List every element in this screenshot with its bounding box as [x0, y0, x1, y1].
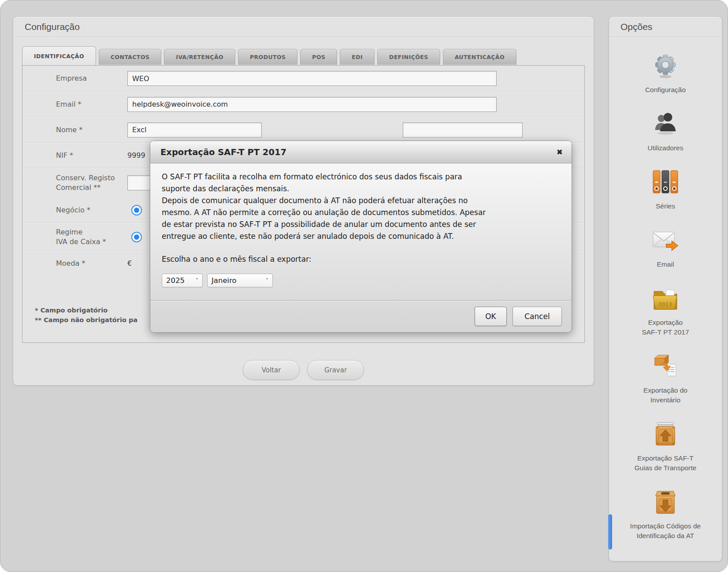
nome-label: Nome *: [56, 125, 127, 135]
sidebar-item-label: Exportação SAF-T Guias de Transporte: [635, 453, 696, 473]
moeda-value: €: [127, 259, 132, 267]
sidebar-item-utilizadores[interactable]: Utilizadores: [648, 109, 683, 153]
folder-year-text: 2013: [658, 301, 672, 308]
sidebar-item-label: Importação Códigos de Identificação da A…: [630, 521, 701, 541]
empresa-input[interactable]: [127, 71, 497, 86]
dialog-body: O SAF-T PT facilita a recolha em formato…: [150, 163, 572, 287]
sidebar-item-exportacao-inventario[interactable]: Exportação do Inventário: [643, 352, 687, 405]
sidebar-item-label: Email: [657, 260, 674, 269]
box-up-icon: [652, 420, 679, 449]
box-down-icon: [652, 487, 679, 516]
month-select-value: Janeiro: [212, 276, 237, 285]
footnote-optional: ** Campo não obrigatório pa: [35, 315, 137, 325]
moeda-label: Moeda *: [56, 259, 127, 268]
tab-definicoes[interactable]: DEFINIÇÕES: [377, 49, 440, 65]
empresa-label: Empresa: [56, 74, 127, 83]
nif-value: 9999: [127, 151, 145, 160]
sidebar-items: Configuração Utilizadores: [609, 37, 722, 555]
tab-identificacao[interactable]: IDENTIFICAÇÃO: [22, 46, 96, 65]
tab-contactos[interactable]: CONTACTOS: [99, 49, 161, 65]
sidebar-item-exportacao-guias[interactable]: Exportação SAF-T Guias de Transporte: [635, 420, 696, 473]
application-window: Configuração IDENTIFICAÇÃO CONTACTOS IVA…: [0, 0, 728, 572]
page-title: Configuração: [13, 17, 594, 37]
period-selectors: 2025 ˅ Janeiro ˅: [162, 274, 560, 287]
dialog-text-line: Depois de comunicar qualquer documento à…: [162, 195, 560, 207]
nome-secondary-input[interactable]: [403, 123, 523, 137]
tab-pos[interactable]: POS: [300, 49, 337, 65]
ok-button[interactable]: OK: [475, 307, 507, 326]
footnote-required: * Campo obrigatório: [35, 305, 137, 315]
tab-iva-retencao[interactable]: IVA/RETENÇÃO: [164, 49, 235, 65]
regime-iva-radio[interactable]: [131, 232, 142, 242]
export-inventory-icon: [652, 352, 679, 381]
sidebar-scrollbar-thumb[interactable]: [608, 514, 612, 550]
sidebar-item-label: Exportação do Inventário: [643, 386, 687, 405]
tab-edi[interactable]: EDI: [340, 49, 375, 65]
dialog-header: Exportação SAF-T PT 2017 ✖: [150, 141, 572, 163]
year-select-value: 2025: [166, 276, 185, 285]
email-label: Email *: [56, 100, 127, 109]
conserv-registo-label: Conserv. Registo Comercial **: [56, 173, 127, 193]
year-select[interactable]: 2025 ˅: [162, 274, 203, 287]
form-row-empresa: Empresa: [22, 66, 584, 91]
email-field[interactable]: [127, 97, 497, 112]
users-icon: [652, 109, 679, 138]
email-icon: [652, 226, 679, 255]
sidebar-item-series[interactable]: Séries: [651, 167, 680, 211]
regime-iva-label: Regime IVA de Caixa *: [56, 227, 127, 247]
tab-autenticacao[interactable]: AUTENTICAÇÃO: [443, 49, 516, 65]
dialog-footer: OK Cancel: [150, 301, 572, 332]
sidebar-item-configuracao[interactable]: Configuração: [645, 51, 686, 95]
month-select[interactable]: Janeiro ˅: [207, 274, 273, 287]
saft-export-dialog: Exportação SAF-T PT 2017 ✖ O SAF-T PT fa…: [150, 141, 572, 333]
form-action-bar: Voltar Gravar: [13, 360, 594, 380]
sidebar-item-importacao-codigos[interactable]: Importação Códigos de Identificação da A…: [630, 487, 701, 541]
sidebar-item-label: Exportação SAF-T PT 2017: [642, 318, 689, 337]
tab-bar: IDENTIFICAÇÃO CONTACTOS IVA/RETENÇÃO PRO…: [22, 46, 585, 65]
chevron-down-icon: ˅: [196, 278, 198, 284]
nif-label: NIF *: [56, 151, 127, 160]
sidebar-title: Opções: [609, 17, 722, 37]
gravar-button[interactable]: Gravar: [307, 360, 364, 380]
sidebar-item-label: Configuração: [645, 85, 686, 95]
cancel-button[interactable]: Cancel: [513, 307, 562, 326]
chevron-down-icon: ˅: [266, 278, 268, 284]
options-sidebar: Opções: [609, 16, 722, 561]
close-icon[interactable]: ✖: [557, 149, 563, 156]
sidebar-item-email[interactable]: Email: [652, 226, 679, 269]
sidebar-item-label: Utilizadores: [648, 143, 683, 153]
voltar-button[interactable]: Voltar: [243, 360, 300, 380]
dialog-text-line: de estar prevista no SAF-T PT a possibil…: [162, 219, 560, 230]
dialog-text-line: entregue ao cliente, este não poderá ser…: [162, 230, 560, 242]
dialog-title: Exportação SAF-T PT 2017: [160, 147, 286, 157]
gear-icon: [652, 51, 679, 80]
dialog-text-line: O SAF-T PT facilita a recolha em formato…: [162, 171, 560, 183]
negocio-radio[interactable]: [131, 205, 142, 215]
form-row-nome: Nome *: [22, 117, 584, 142]
dialog-text-line: mesmo. A AT não permite a correção ou an…: [162, 207, 560, 219]
binders-icon: [651, 167, 680, 197]
export-period-prompt: Escolha o ano e o mês fiscal a exportar:: [162, 253, 560, 265]
negocio-label: Negócio *: [56, 205, 127, 215]
tab-produtos[interactable]: PRODUTOS: [238, 49, 297, 65]
nome-input[interactable]: [127, 123, 262, 137]
sidebar-item-exportacao-saft[interactable]: 2013 Exportação SAF-T PT 2017: [642, 284, 689, 337]
folder-2013-icon: 2013: [651, 284, 680, 313]
sidebar-item-label: Séries: [656, 201, 675, 211]
dialog-text-line: suporte das declarações mensais.: [162, 183, 560, 195]
form-row-email: Email *: [22, 91, 584, 117]
form-footnotes: * Campo obrigatório ** Campo não obrigat…: [35, 305, 137, 325]
